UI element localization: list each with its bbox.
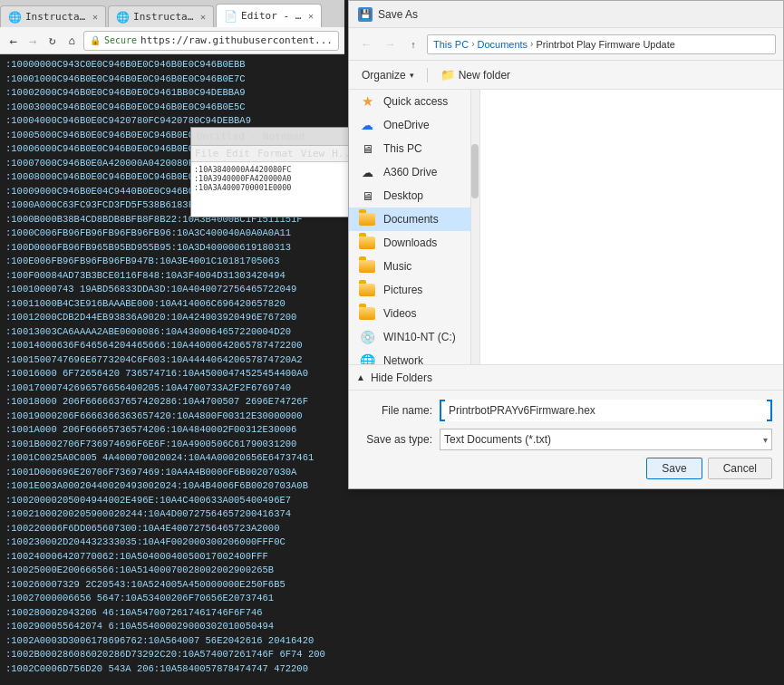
organize-arrow: ▾ [410, 71, 414, 80]
nav-item-videos[interactable]: Videos [349, 302, 479, 325]
notepad-menu-edit[interactable]: Edit [227, 148, 251, 159]
nav-item-desktop-label: Desktop [383, 189, 423, 202]
breadcrumb-sep-1: › [471, 39, 474, 49]
documents-icon [358, 212, 376, 227]
save-as-dialog: 💾 Save As ← → ↑ This PC › Documents › Pr… [348, 0, 784, 489]
tab-3-icon: 📄 [224, 10, 237, 23]
nav-item-network-label: Network [383, 354, 423, 364]
filename-input[interactable] [445, 400, 767, 421]
notepad-menu-view[interactable]: View [301, 148, 325, 159]
filename-label: File name: [360, 404, 432, 417]
notepad-title: Untitled - Notepad [197, 130, 305, 142]
nav-scrollbar-thumb[interactable] [471, 144, 479, 198]
quick-access-icon: ★ [358, 94, 376, 109]
notepad-menu-format[interactable]: Format [257, 148, 294, 159]
nav-panel: ★ Quick access ☁ OneDrive 🖥 This PC ☁ A3… [349, 90, 480, 364]
nav-item-desktop[interactable]: 🖥 Desktop [349, 184, 479, 207]
nav-item-documents[interactable]: Documents [349, 207, 479, 231]
this-pc-icon: 🖥 [358, 141, 376, 156]
breadcrumb-item-3: Printrbot Play Firmware Update [536, 39, 674, 50]
pictures-icon [358, 283, 376, 297]
nav-item-music-label: Music [383, 260, 411, 273]
nav-item-network[interactable]: 🌐 Network [349, 349, 479, 364]
savetype-value: Text Documents (*.txt) [444, 433, 551, 446]
downloads-icon [358, 236, 376, 250]
notepad-titlebar: Untitled - Notepad [191, 128, 357, 146]
desktop-icon: 🖥 [358, 188, 376, 203]
breadcrumb-item-2[interactable]: Documents [477, 39, 528, 50]
savetype-select[interactable]: Text Documents (*.txt) ▾ [440, 429, 772, 450]
filename-row: File name: [360, 400, 772, 421]
dialog-buttons: Save Cancel [360, 458, 772, 479]
nav-scrollbar[interactable] [470, 90, 479, 364]
nav-item-documents-label: Documents [383, 213, 439, 226]
nav-item-quick-access[interactable]: ★ Quick access [349, 90, 479, 113]
breadcrumb-item-1[interactable]: This PC [433, 39, 469, 50]
a360-drive-icon: ☁ [358, 165, 376, 179]
nav-item-downloads[interactable]: Downloads [349, 231, 479, 255]
cancel-button[interactable]: Cancel [708, 458, 772, 479]
dialog-title-icon: 💾 [358, 7, 373, 22]
nav-item-win10-label: WIN10-NT (C:) [383, 331, 456, 343]
dialog-bottom: File name: Save as type: Text Documents … [349, 390, 783, 488]
nav-item-onedrive[interactable]: ☁ OneDrive [349, 113, 479, 137]
hide-folders-arrow: ▲ [356, 372, 365, 382]
save-button[interactable]: Save [646, 458, 702, 479]
address-url: https://raw.githubusercontent... [140, 34, 333, 46]
home-btn[interactable]: ⌂ [63, 32, 79, 50]
nav-item-a360-drive[interactable]: ☁ A360 Drive [349, 160, 479, 184]
browser-tab-3[interactable]: 📄 Editor - Picl ✕ [216, 4, 322, 27]
nav-item-videos-label: Videos [383, 307, 416, 320]
tab-1-label: Instructable... [25, 11, 89, 23]
breadcrumb-sep-2: › [530, 39, 533, 49]
browser-tab-2[interactable]: 🌐 Instructable... ✕ [108, 5, 214, 27]
organize-btn[interactable]: Organize ▾ [356, 67, 420, 83]
secure-icon: 🔒 [90, 35, 101, 45]
win10-drive-icon: 💿 [358, 330, 376, 344]
dialog-actionbar: Organize ▾ 📁 New folder [349, 61, 783, 90]
new-folder-label: New folder [459, 69, 510, 82]
new-folder-btn[interactable]: 📁 New folder [435, 66, 516, 83]
reload-btn[interactable]: ↻ [44, 32, 60, 50]
dialog-forward-btn[interactable]: → [380, 34, 400, 54]
savetype-label: Save as type: [360, 433, 432, 446]
dialog-up-btn[interactable]: ↑ [403, 34, 423, 54]
browser-tab-1[interactable]: 🌐 Instructable... ✕ [0, 5, 106, 27]
notepad-content: :10A3840000A4420080FC :10A3940000FA42000… [191, 162, 357, 217]
nav-item-pictures[interactable]: Pictures [349, 278, 479, 302]
nav-item-this-pc[interactable]: 🖥 This PC [349, 137, 479, 160]
notepad-menubar[interactable]: File Edit Format View H... [191, 146, 357, 162]
notepad-menu-file[interactable]: File [195, 148, 219, 159]
organize-label: Organize [362, 69, 406, 82]
hide-folders-bar[interactable]: ▲ Hide Folders [349, 364, 783, 390]
tab-2-label: Instructable... [133, 11, 197, 23]
forward-btn[interactable]: → [24, 32, 40, 50]
nav-item-a360-label: A360 Drive [383, 166, 437, 178]
hide-folders-label: Hide Folders [371, 371, 432, 384]
address-bar[interactable]: 🔒 Secure https://raw.githubusercontent..… [83, 31, 339, 51]
savetype-row: Save as type: Text Documents (*.txt) ▾ [360, 429, 772, 450]
nav-item-quick-access-label: Quick access [383, 95, 448, 108]
savetype-arrow: ▾ [763, 435, 768, 445]
tab-3-label: Editor - Picl [241, 10, 305, 22]
notepad-window: Untitled - Notepad File Edit Format View… [190, 127, 358, 217]
back-btn[interactable]: ← [5, 32, 21, 50]
dialog-back-btn[interactable]: ← [356, 34, 376, 54]
tab-3-close[interactable]: ✕ [308, 11, 314, 21]
nav-item-pictures-label: Pictures [383, 284, 422, 296]
dialog-titlebar: 💾 Save As [349, 1, 783, 28]
secure-label: Secure [104, 35, 137, 45]
dialog-breadcrumb[interactable]: This PC › Documents › Printrbot Play Fir… [427, 34, 776, 54]
music-icon [358, 259, 376, 274]
filename-field-container[interactable] [440, 400, 772, 421]
dialog-content: ★ Quick access ☁ OneDrive 🖥 This PC ☁ A3… [349, 90, 783, 364]
nav-item-win10[interactable]: 💿 WIN10-NT (C:) [349, 325, 479, 349]
network-icon: 🌐 [358, 353, 376, 364]
dialog-title: Save As [378, 8, 418, 21]
tab-2-close[interactable]: ✕ [200, 12, 206, 22]
tab-1-close[interactable]: ✕ [92, 12, 98, 22]
new-folder-icon: 📁 [440, 68, 455, 82]
nav-item-this-pc-label: This PC [383, 142, 422, 155]
nav-item-music[interactable]: Music [349, 255, 479, 278]
nav-item-onedrive-label: OneDrive [383, 119, 430, 131]
